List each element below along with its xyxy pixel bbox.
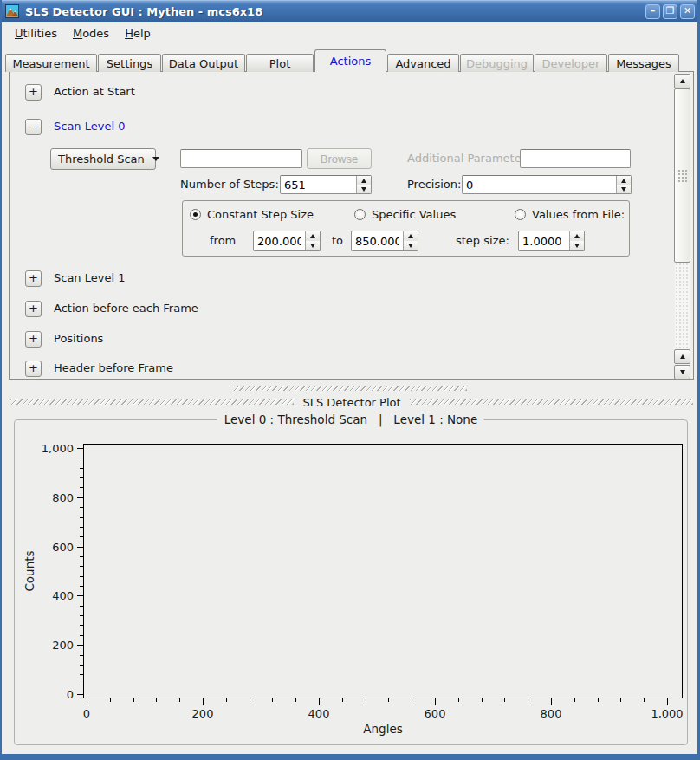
radio-values-from-file-label: Values from File: xyxy=(532,208,625,221)
title-bar[interactable]: SLS Detector GUI : Mythen - mcs6x18 – ❐ … xyxy=(0,0,700,22)
menu-bar: Utilities Modes Help xyxy=(2,22,697,44)
vertical-scrollbar[interactable] xyxy=(674,74,690,379)
to-spinbox[interactable] xyxy=(351,231,418,251)
y-axis-minor-tick xyxy=(80,477,83,478)
plot-canvas[interactable] xyxy=(83,444,683,698)
spinner-arrows-icon[interactable] xyxy=(616,176,631,193)
x-axis-minor-tick xyxy=(504,698,505,702)
tab-messages[interactable]: Messages xyxy=(608,54,679,72)
expand-positions-button[interactable]: + xyxy=(25,331,42,348)
splitter-handle[interactable] xyxy=(233,386,467,391)
scroll-up-button[interactable] xyxy=(674,74,690,88)
scroll-down-button[interactable] xyxy=(674,365,690,380)
browse-button: Browse xyxy=(307,148,372,169)
tab-developer: Developer xyxy=(535,54,607,72)
y-axis-minor-tick xyxy=(80,458,83,458)
y-axis-minor-tick xyxy=(80,527,83,528)
menu-help[interactable]: Help xyxy=(117,24,159,42)
scan-script-input[interactable] xyxy=(180,149,302,168)
y-axis-tick-label: 0 xyxy=(67,688,74,701)
y-axis-minor-tick xyxy=(80,576,83,577)
y-axis-minor-tick xyxy=(80,536,83,537)
tab-actions[interactable]: Actions xyxy=(314,49,386,72)
section-positions-label: Positions xyxy=(54,331,103,347)
radio-specific-values[interactable]: Specific Values xyxy=(354,208,456,221)
scrollbar-track[interactable] xyxy=(675,263,690,349)
close-button[interactable]: ✕ xyxy=(680,4,695,19)
menu-utilities[interactable]: Utilities xyxy=(7,24,65,42)
x-axis-major-tick xyxy=(551,698,552,705)
number-of-steps-spinbox[interactable] xyxy=(280,175,372,194)
menu-modes[interactable]: Modes xyxy=(65,24,117,42)
x-axis-minor-tick xyxy=(295,698,296,702)
plot-dock-titlebar[interactable]: SLS Detector Plot xyxy=(10,395,693,409)
tab-advanced[interactable]: Advanced xyxy=(387,54,459,72)
x-axis-minor-tick xyxy=(342,698,343,702)
expand-action-before-frame-button[interactable]: + xyxy=(25,301,42,317)
combo-dropdown-arrow-icon xyxy=(152,149,159,169)
step-size-spinbox[interactable] xyxy=(518,231,585,251)
plot-dock-title: SLS Detector Plot xyxy=(294,396,409,409)
spinner-arrows-icon[interactable] xyxy=(356,176,371,193)
y-axis-minor-tick xyxy=(80,556,83,557)
section-scan-level-0-label: Scan Level 0 xyxy=(54,119,125,134)
y-axis-minor-tick xyxy=(80,507,83,508)
step-mode-groupbox: Constant Step Size Specific Values Value… xyxy=(182,200,630,257)
x-axis-major-tick xyxy=(667,698,668,705)
from-value[interactable] xyxy=(254,231,305,250)
expand-header-before-frame-button[interactable]: + xyxy=(25,361,42,377)
x-axis-minor-tick xyxy=(110,698,111,702)
x-axis-minor-tick xyxy=(528,698,528,702)
x-axis-minor-tick xyxy=(250,698,250,702)
x-axis-minor-tick xyxy=(388,698,389,702)
scan-mode-value: Threshold Scan xyxy=(51,153,152,166)
collapse-scan-level-0-button[interactable]: - xyxy=(25,119,42,135)
maximize-button[interactable]: ❐ xyxy=(663,4,677,19)
expand-scan-level-1-button[interactable]: + xyxy=(25,270,42,287)
tab-measurement[interactable]: Measurement xyxy=(5,54,97,72)
window-title: SLS Detector GUI : Mythen - mcs6x18 xyxy=(25,5,645,18)
section-action-at-start-label: Action at Start xyxy=(54,84,135,100)
spinner-arrows-icon[interactable] xyxy=(305,231,320,250)
to-value[interactable] xyxy=(352,231,403,250)
tab-bar: Measurement Settings Data Output Plot Ac… xyxy=(5,52,680,72)
x-axis-tick-label: 1,000 xyxy=(651,707,683,720)
y-axis-major-tick xyxy=(77,595,83,596)
from-spinbox[interactable] xyxy=(253,231,321,251)
x-axis-minor-tick xyxy=(598,698,599,702)
y-axis-minor-tick xyxy=(80,685,83,685)
actions-pane: + Action at Start - Scan Level 0 Thresho… xyxy=(9,71,694,380)
spinner-arrows-icon[interactable] xyxy=(403,231,418,250)
radio-circle-icon xyxy=(190,209,201,220)
x-axis-minor-tick xyxy=(412,698,412,702)
x-axis-minor-tick xyxy=(156,698,157,702)
x-axis-tick-label: 0 xyxy=(83,707,90,720)
expand-action-at-start-button[interactable]: + xyxy=(25,84,42,101)
spinner-arrows-icon[interactable] xyxy=(569,231,584,250)
x-axis-major-tick xyxy=(87,698,88,705)
radio-values-from-file[interactable]: Values from File: xyxy=(515,208,625,221)
x-axis-minor-tick xyxy=(644,698,645,702)
scan-mode-combobox[interactable]: Threshold Scan xyxy=(50,148,156,170)
to-label: to xyxy=(332,234,343,247)
scrollbar-thumb[interactable] xyxy=(674,88,690,263)
additional-parameter-input[interactable] xyxy=(520,149,631,168)
y-axis-minor-tick xyxy=(80,487,83,488)
dock-title-hatch-icon xyxy=(410,399,693,405)
tab-data-output[interactable]: Data Output xyxy=(162,54,245,72)
radio-constant-step-size[interactable]: Constant Step Size xyxy=(190,208,314,221)
step-size-value[interactable] xyxy=(519,231,569,250)
scroll-up-button-bottom[interactable] xyxy=(674,349,690,364)
minimize-button[interactable]: – xyxy=(645,4,660,19)
x-axis-tick-label: 200 xyxy=(192,707,214,720)
tab-plot[interactable]: Plot xyxy=(246,54,314,72)
plot-canvas-area: Angles Counts 02004006008001,00002004006… xyxy=(83,444,683,698)
precision-spinbox[interactable] xyxy=(462,175,632,194)
precision-value[interactable] xyxy=(463,176,616,193)
y-axis-label: Counts xyxy=(23,550,36,591)
y-axis-tick-label: 600 xyxy=(52,540,74,553)
y-axis-major-tick xyxy=(77,645,83,646)
tab-settings[interactable]: Settings xyxy=(98,54,161,72)
radio-circle-icon xyxy=(515,209,526,220)
number-of-steps-value[interactable] xyxy=(281,176,356,193)
